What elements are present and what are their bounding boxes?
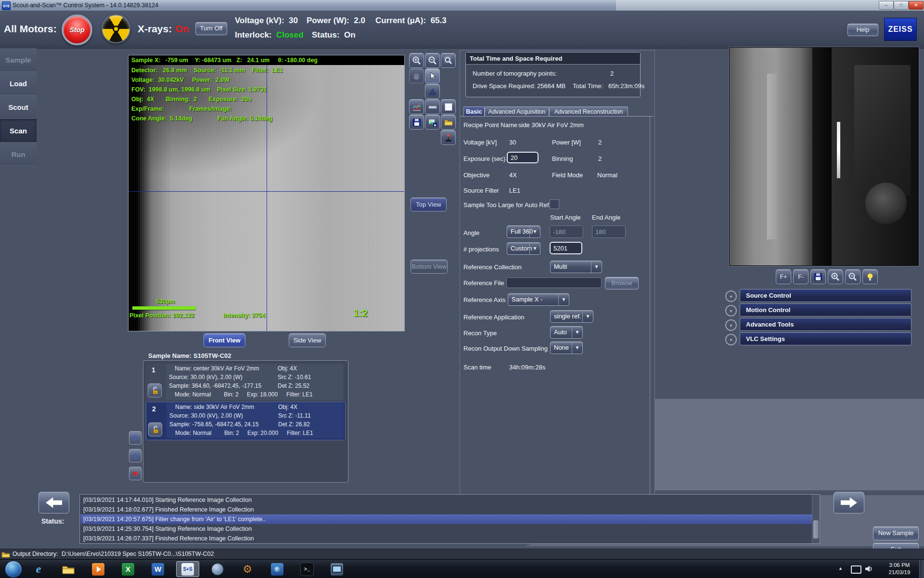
chevron-down-icon[interactable]: ▾ — [725, 334, 737, 345]
accordion-vlc-settings[interactable]: VLC Settings — [740, 332, 911, 345]
lock-icon[interactable] — [148, 383, 162, 397]
bottom-view-button[interactable]: Bottom View — [411, 260, 448, 274]
help-button[interactable]: Help — [847, 24, 878, 36]
focus-plus-label: F+ — [780, 274, 787, 280]
log-line[interactable]: [03/19/2021 14:25:30.754] Starting Refer… — [80, 524, 814, 534]
window-title-bar[interactable]: S+S Scout-and-Scan™ Control System - 14.… — [0, 0, 924, 11]
too-large-checkbox[interactable] — [550, 199, 559, 209]
chevron-down-icon: ▼ — [529, 226, 540, 237]
recipe-point-row-2-selected[interactable]: 2 Name: side 30kV Air FoV 2mm Obj: 4X So… — [146, 402, 346, 440]
taskbar-explorer[interactable] — [57, 561, 80, 577]
row-bin: Bin: 2 — [224, 430, 239, 436]
recon-type-dropdown[interactable]: Auto ▼ — [550, 326, 583, 339]
chevron-down-icon[interactable]: ▾ — [725, 305, 737, 316]
taskbar-media-app[interactable] — [87, 561, 110, 577]
front-view-button[interactable]: Front View — [204, 333, 245, 347]
nav-item-run[interactable]: Run — [0, 143, 37, 166]
sample-name-value: S105TW-C02 — [193, 352, 231, 359]
tab-basic[interactable]: Basic — [463, 106, 485, 117]
cursor-select-icon[interactable] — [425, 68, 440, 83]
recon-downsampling-dropdown[interactable]: None ▼ — [550, 342, 583, 354]
line-profile-icon[interactable] — [409, 99, 424, 114]
delete-recipe-point-button[interactable]: ✖ — [129, 467, 141, 480]
ruler-icon[interactable] — [425, 99, 440, 114]
move-up-button[interactable]: ⇧ — [129, 431, 141, 445]
chevron-down-icon: ▼ — [572, 327, 582, 338]
tray-volume-icon[interactable] — [864, 565, 873, 575]
taskbar-internet-explorer[interactable]: e — [27, 561, 50, 577]
tray-display-icon[interactable] — [851, 565, 861, 574]
taskbar-network-app[interactable] — [206, 561, 229, 577]
log-line[interactable]: [03/19/2021 14:17:44.010] Starting Refer… — [80, 495, 814, 505]
save-camera-image-icon[interactable] — [810, 269, 826, 284]
nav-item-scan[interactable]: Scan — [0, 119, 37, 143]
taskbar-scout-and-scan-active[interactable]: S+S — [176, 561, 199, 577]
ref-axis-dropdown[interactable]: Sample X - ▼ — [508, 293, 569, 306]
projections-input[interactable] — [550, 242, 582, 254]
accordion-advanced-tools[interactable]: Advanced Tools — [740, 318, 911, 331]
log-line[interactable]: [03/19/2021 14:26:07.337] Finished Refer… — [80, 534, 814, 543]
export-image-icon[interactable] — [425, 115, 440, 130]
region-box-icon[interactable] — [441, 99, 456, 114]
chevron-down-icon[interactable]: ▾ — [725, 290, 737, 302]
light-bulb-icon[interactable] — [862, 269, 878, 284]
histogram-icon[interactable] — [425, 84, 440, 99]
ref-collection-dropdown[interactable]: Multi ▼ — [550, 261, 602, 273]
zoom-in-icon[interactable] — [409, 53, 424, 68]
projections-mode-dropdown[interactable]: Custom ▼ — [507, 242, 540, 255]
status-log[interactable]: [03/19/2021 14:17:44.010] Starting Refer… — [79, 494, 820, 544]
tab-advanced-acquisition[interactable]: Advanced Acquisition — [485, 106, 549, 117]
accordion-motion-control[interactable]: Motion Control — [740, 303, 911, 316]
back-arrow-button[interactable] — [38, 492, 69, 513]
recipe-point-row-1[interactable]: 1 Name: center 30kV Air FoV 2mm Obj: 4X … — [146, 363, 345, 401]
focus-plus-button[interactable]: F+ — [776, 269, 791, 284]
open-folder-icon[interactable] — [441, 115, 456, 130]
zoom-out-icon[interactable] — [425, 53, 440, 68]
taskbar-console[interactable]: >_ — [295, 561, 319, 577]
row-exp: Exp: 18.000 — [247, 391, 278, 398]
lock-icon[interactable] — [148, 422, 162, 436]
ref-file-input[interactable] — [506, 277, 602, 288]
start-button[interactable] — [5, 561, 22, 578]
pan-hand-icon[interactable] — [409, 68, 424, 83]
taskbar-clock[interactable]: 3:06 PM 21/03/19 — [885, 562, 914, 576]
taskbar-excel[interactable]: X — [116, 561, 140, 577]
maximize-button[interactable]: □ — [894, 1, 909, 10]
angle-mode-dropdown[interactable]: Full 360 ▼ — [507, 225, 540, 238]
move-down-button[interactable]: ⇩ — [129, 449, 141, 462]
accordion-source-control[interactable]: Source Control — [740, 289, 911, 302]
tab-advanced-reconstruction[interactable]: Advanced Reconstruction — [549, 106, 628, 117]
exposure-input[interactable] — [507, 152, 539, 163]
new-sample-button[interactable]: New Sample — [873, 526, 919, 540]
chevron-down-icon[interactable]: ▾ — [725, 319, 737, 331]
log-line-selected[interactable]: [03/19/2021 14:20:57.675] Filter change … — [80, 514, 814, 524]
taskbar-camera-app[interactable] — [266, 561, 289, 577]
close-button[interactable]: ✕ — [909, 1, 924, 10]
top-view-button[interactable]: Top View — [411, 197, 447, 211]
log-scrollbar-thumb[interactable] — [813, 520, 819, 539]
log-line[interactable]: [03/19/2021 14:18:02.677] Finished Refer… — [80, 505, 814, 514]
taskbar-settings-app[interactable]: ⚙ — [236, 561, 259, 577]
taskbar-word[interactable]: W — [146, 561, 169, 577]
row-exp: Exp: 20.000 — [247, 430, 278, 436]
log-scrollbar[interactable] — [812, 495, 820, 543]
joystick-icon[interactable] — [441, 130, 456, 145]
focus-minus-button[interactable]: F- — [793, 269, 808, 284]
zoom-fit-icon[interactable] — [441, 53, 456, 68]
ref-application-dropdown[interactable]: single ref. ▼ — [550, 310, 593, 323]
all-motors-stop-button[interactable]: Stop — [62, 14, 92, 45]
turn-off-button[interactable]: Turn Off — [195, 22, 227, 35]
taskbar-display-app[interactable] — [325, 561, 348, 577]
forward-arrow-button[interactable] — [834, 492, 864, 513]
tray-expand-icon[interactable]: ▲ — [838, 566, 843, 571]
show-desktop-button[interactable] — [919, 560, 924, 578]
camera-zoom-in-icon[interactable] — [828, 269, 843, 284]
minimize-button[interactable]: – — [879, 1, 894, 10]
save-icon[interactable] — [409, 115, 424, 130]
camera-zoom-out-icon[interactable] — [845, 269, 860, 284]
nav-item-sample[interactable]: Sample — [0, 48, 37, 72]
nav-item-scout[interactable]: Scout — [0, 95, 37, 119]
nav-item-load[interactable]: Load — [0, 72, 37, 95]
xray-image-viewport[interactable]: Sample X: -759 um Y: -68473 um Z: 24.1 u… — [128, 55, 405, 331]
side-view-button[interactable]: Side View — [289, 333, 326, 347]
